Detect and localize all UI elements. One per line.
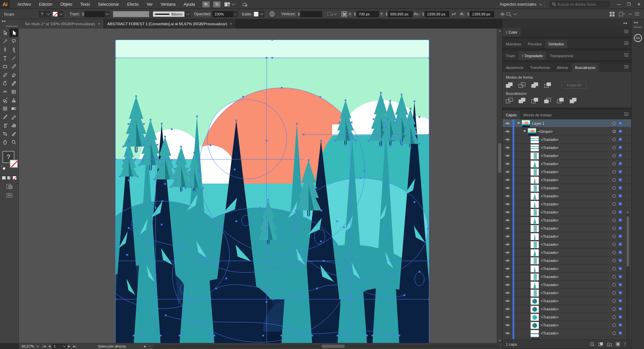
tab-mesas-de-trabajo[interactable]: Mesas de trabajo <box>520 111 555 119</box>
eye-toggle[interactable] <box>502 283 513 286</box>
layer-name[interactable]: <Trazado> <box>541 202 559 206</box>
pen-tool[interactable] <box>1 45 9 54</box>
target-circle[interactable] <box>612 227 616 230</box>
none-button[interactable] <box>12 176 17 180</box>
selection-square[interactable] <box>619 202 622 205</box>
layer-row-path-1[interactable]: <Trazado> <box>502 144 631 152</box>
panel-menu-icon[interactable] <box>624 65 629 69</box>
layer-name[interactable]: <Trazado> <box>541 170 559 174</box>
gradient-tool[interactable] <box>9 104 18 113</box>
workspace-switcher[interactable]: Aspectos esenciales <box>500 2 545 7</box>
default-fill-stroke-icon[interactable] <box>1 166 5 170</box>
selection-square[interactable] <box>619 251 622 254</box>
visibility-eye-icon[interactable] <box>505 154 510 157</box>
visibility-eye-icon[interactable] <box>505 138 510 141</box>
shaper-tool[interactable] <box>1 71 9 79</box>
layer-row-path-18[interactable]: <Trazado> <box>502 281 631 289</box>
eye-toggle[interactable] <box>502 275 513 278</box>
x-field[interactable]: 700 px <box>357 11 379 17</box>
rectangle-tool[interactable] <box>1 62 9 71</box>
eye-toggle[interactable] <box>502 210 513 214</box>
tab-pinceles[interactable]: Pinceles <box>524 40 545 48</box>
shape-builder-tool[interactable] <box>1 96 9 104</box>
pathfinder-crop-icon[interactable] <box>544 98 552 104</box>
width-label[interactable]: An.: <box>414 12 420 16</box>
layer-name[interactable]: <Trazado> <box>541 339 559 340</box>
visibility-eye-icon[interactable] <box>505 299 510 303</box>
minimize-button[interactable]: — <box>614 0 624 9</box>
layer-row-path-8[interactable]: <Trazado> <box>502 200 631 208</box>
selection-square[interactable] <box>619 122 622 125</box>
width-field[interactable]: 1399,99 px <box>425 11 449 17</box>
eye-toggle[interactable] <box>502 251 513 254</box>
layer-thumbnail[interactable] <box>530 298 538 304</box>
selection-square[interactable] <box>619 178 622 181</box>
eyedropper-tool[interactable] <box>1 113 9 121</box>
stroke-weight-dropdown[interactable] <box>104 11 110 17</box>
brush-definition[interactable]: Básico <box>153 11 185 17</box>
pathfinder-outline-icon[interactable] <box>557 98 564 104</box>
reference-point-icon[interactable] <box>341 11 347 17</box>
selection-square[interactable] <box>619 170 622 173</box>
eye-toggle[interactable] <box>502 315 513 319</box>
new-layer-icon[interactable] <box>616 342 620 346</box>
slice-tool[interactable] <box>9 129 18 138</box>
eye-toggle[interactable] <box>502 122 513 125</box>
pathfinder-unite-icon[interactable] <box>506 82 513 88</box>
selection-square[interactable] <box>619 194 622 197</box>
style-swatch[interactable] <box>253 11 259 17</box>
gradient-button[interactable] <box>7 176 11 180</box>
tab-color[interactable]: Color <box>502 28 521 37</box>
curvature-tool[interactable] <box>9 45 18 54</box>
layer-thumbnail[interactable] <box>530 265 538 272</box>
target-circle[interactable] <box>612 219 616 222</box>
layer-name[interactable]: <Trazado> <box>541 307 559 311</box>
eye-toggle[interactable] <box>502 178 513 182</box>
layer-row-path-6[interactable]: <Trazado> <box>502 184 631 192</box>
layer-name[interactable]: <Trazado> <box>541 194 559 198</box>
eraser-tool[interactable] <box>9 71 18 79</box>
artboard-number-field[interactable]: 1 <box>52 344 67 349</box>
pathfinder-minus-front-icon[interactable] <box>519 82 526 88</box>
visibility-eye-icon[interactable] <box>505 210 510 214</box>
visibility-eye-icon[interactable] <box>505 146 510 149</box>
layer-name[interactable]: <Trazado> <box>541 323 559 327</box>
layer-thumbnail[interactable] <box>530 330 538 337</box>
layer-row-path-14[interactable]: <Trazado> <box>502 248 631 257</box>
selection-square[interactable] <box>619 267 622 270</box>
pathfinder-exclude-icon[interactable] <box>544 82 552 88</box>
layer-thumbnail[interactable] <box>530 289 538 296</box>
layer-thumbnail[interactable] <box>530 209 538 216</box>
blend-tool[interactable] <box>9 113 18 121</box>
eye-toggle[interactable] <box>502 243 513 246</box>
layer-thumbnail[interactable] <box>530 281 538 288</box>
layers-scrollbar[interactable]: ▲ ▼ <box>626 211 630 349</box>
layer-row-layer1[interactable]: Layer 1 <box>502 119 631 127</box>
selection-square[interactable] <box>619 259 622 262</box>
layer-row-path-12[interactable]: <Trazado> <box>502 232 631 240</box>
eye-toggle[interactable] <box>502 291 513 295</box>
collapse-toolbar-icon[interactable]: ◀◀ <box>1 20 6 23</box>
visibility-eye-icon[interactable] <box>505 243 510 246</box>
target-circle[interactable] <box>612 291 616 295</box>
selection-square[interactable] <box>619 332 622 335</box>
scroll-left-icon[interactable]: ▶ <box>143 345 148 348</box>
layer-row-path-2[interactable]: <Trazado> <box>502 152 631 160</box>
layer-name[interactable]: <Trazado> <box>541 267 559 271</box>
selection-square[interactable] <box>619 315 622 318</box>
height-stepper[interactable] <box>467 12 469 16</box>
corners-label[interactable]: Vértices: <box>281 12 296 16</box>
target-circle[interactable] <box>612 170 616 173</box>
fill-unknown-box[interactable]: ? <box>39 11 45 17</box>
layer-row-path-15[interactable]: <Trazado> <box>502 257 631 265</box>
eye-toggle[interactable] <box>502 235 513 238</box>
layer-thumbnail[interactable] <box>530 241 538 248</box>
layer-row-path-24[interactable]: <Trazado> <box>502 329 631 337</box>
visibility-eye-icon[interactable] <box>505 275 510 278</box>
selection-square[interactable] <box>619 162 622 165</box>
fill-dropdown[interactable] <box>45 11 50 17</box>
symbol-sprayer-tool[interactable] <box>1 121 9 129</box>
selection-square[interactable] <box>619 307 622 310</box>
scroll-down-icon[interactable]: ▼ <box>498 339 501 342</box>
close-tab-icon[interactable]: × <box>230 22 232 26</box>
